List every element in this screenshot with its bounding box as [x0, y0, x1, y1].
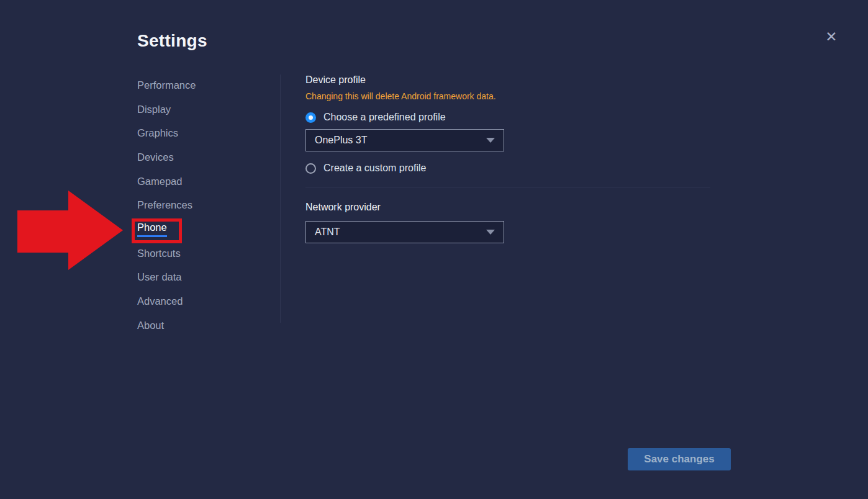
sidebar-item-phone[interactable]: Phone	[137, 217, 196, 241]
network-provider-dropdown-value: ATNT	[315, 227, 486, 238]
sidebar-item-preferences[interactable]: Preferences	[137, 193, 196, 217]
device-profile-dropdown-value: OnePlus 3T	[315, 135, 486, 146]
predefined-profile-radio[interactable]: Choose a predefined profile	[305, 112, 446, 123]
custom-profile-radio[interactable]: Create a custom profile	[305, 163, 426, 174]
close-icon[interactable]: ✕	[821, 26, 842, 47]
radio-unselected-icon[interactable]	[305, 163, 316, 174]
sidebar-item-shortcuts[interactable]: Shortcuts	[137, 241, 196, 266]
radio-selected-icon[interactable]	[305, 112, 316, 123]
save-changes-button[interactable]: Save changes	[628, 448, 731, 470]
network-provider-dropdown[interactable]: ATNT	[305, 221, 504, 243]
custom-profile-radio-label: Create a custom profile	[323, 163, 426, 174]
sidebar-item-advanced[interactable]: Advanced	[137, 289, 196, 313]
sidebar-item-about[interactable]: About	[137, 313, 196, 338]
sidebar-item-devices[interactable]: Devices	[137, 145, 196, 169]
sidebar-item-display[interactable]: Display	[137, 97, 196, 122]
sidebar-item-user-data[interactable]: User data	[137, 266, 196, 290]
predefined-profile-radio-label: Choose a predefined profile	[323, 112, 446, 123]
device-profile-warning: Changing this will delete Android framew…	[305, 91, 496, 101]
annotation-arrow-icon	[68, 191, 123, 270]
network-provider-heading: Network provider	[305, 202, 381, 213]
dropdown-caret-icon	[486, 230, 495, 235]
sidebar-divider	[280, 74, 281, 323]
device-profile-heading: Device profile	[305, 74, 366, 86]
sidebar-item-graphics[interactable]: Graphics	[137, 121, 196, 145]
device-profile-dropdown[interactable]: OnePlus 3T	[305, 129, 504, 151]
settings-nav: Performance Display Graphics Devices Gam…	[137, 73, 196, 338]
annotation-arrow-shaft	[17, 210, 70, 253]
section-divider	[305, 187, 710, 187]
page-title: Settings	[137, 31, 207, 51]
settings-dialog: Settings ✕ Performance Display Graphics …	[0, 0, 868, 499]
sidebar-item-gamepad[interactable]: Gamepad	[137, 169, 196, 194]
sidebar-item-performance[interactable]: Performance	[137, 73, 196, 97]
dropdown-caret-icon	[486, 138, 495, 143]
